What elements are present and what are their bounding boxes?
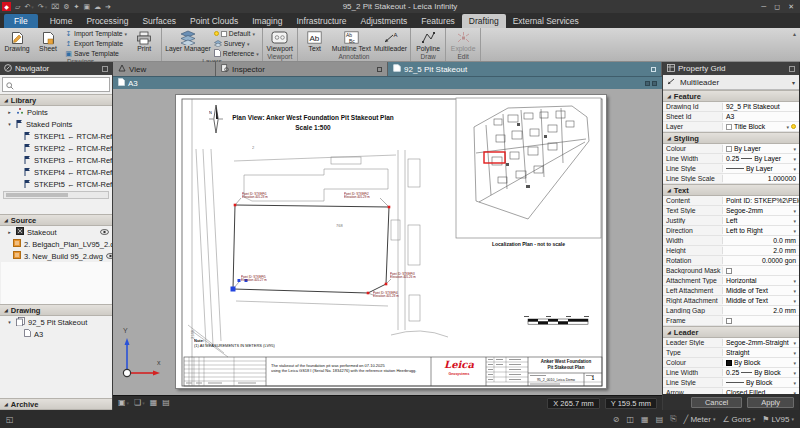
- section-leader[interactable]: Leader: [663, 326, 799, 338]
- section-archive[interactable]: Archive: [0, 398, 112, 410]
- save-template-button[interactable]: ▣ Save Template: [65, 49, 127, 58]
- tree-item-stkept1[interactable]: STKEPt1 ← RTCM-Ref 0000 (07/10/: [0, 130, 112, 142]
- redo-icon[interactable]: ↷: [38, 2, 47, 12]
- export-icon[interactable]: ➔: [105, 2, 111, 11]
- restore-icon[interactable]: ◻: [774, 3, 780, 11]
- prop-width[interactable]: Width 0.0 mm: [663, 236, 799, 246]
- ortho-toggle-icon[interactable]: ◫: [627, 415, 635, 424]
- prop-leader-line-width[interactable]: Line Width 0.25By Block: [663, 368, 799, 378]
- layer-manager-button[interactable]: Layer Manager: [164, 29, 212, 58]
- sheet-layout-icon[interactable]: ▤: [162, 398, 170, 408]
- pin-icon[interactable]: [651, 67, 656, 72]
- polyline-button[interactable]: Polyline: [413, 29, 443, 53]
- sheet-button[interactable]: Sheet: [33, 29, 63, 58]
- print-button[interactable]: Print: [129, 29, 159, 58]
- minimize-icon[interactable]: ─: [761, 3, 766, 11]
- view-style-dropdown-icon[interactable]: ▣: [118, 398, 129, 408]
- snap-toggle-icon[interactable]: ⊘: [613, 415, 620, 424]
- length-unit-dropdown[interactable]: ╱ Meter: [684, 415, 716, 424]
- section-text[interactable]: Text: [663, 184, 799, 196]
- cancel-button[interactable]: Cancel: [691, 397, 742, 408]
- text-button[interactable]: Ab Text: [300, 29, 330, 53]
- tab-inspector[interactable]: Inspector: [216, 62, 388, 76]
- sheet-tab-a3[interactable]: A3: [113, 76, 662, 89]
- layers-view-icon[interactable]: ▤: [656, 415, 664, 424]
- grid-icon[interactable]: ▦: [150, 398, 158, 408]
- tree-item-drawing-root[interactable]: ▾ 92_5 Pit Stakeout: [0, 316, 112, 328]
- tab-infrastructure[interactable]: Infrastructure: [289, 14, 353, 28]
- prop-left-attachment[interactable]: Left Attachment Middle of Text: [663, 286, 799, 296]
- pin-icon[interactable]: [789, 66, 795, 72]
- multiline-text-button[interactable]: AbBc Multiline Text: [331, 29, 372, 53]
- background-mask-checkbox[interactable]: [726, 268, 732, 274]
- tree-item-stkept3[interactable]: STKEPt3 ← RTCM-Ref 0000 (07/10/: [0, 154, 112, 166]
- tab-home[interactable]: Home: [43, 14, 80, 28]
- reference-layer-select[interactable]: Reference: [214, 49, 259, 58]
- prop-leader-type[interactable]: Type Straight: [663, 348, 799, 358]
- angle-unit-dropdown[interactable]: ∠ Gons: [722, 415, 755, 424]
- drawing-canvas[interactable]: N Plan View: Anker West Foundation Pit S…: [113, 89, 662, 395]
- tree-item-staked-points[interactable]: ▾ Staked Points: [0, 118, 112, 130]
- prop-direction[interactable]: Direction Left to Right: [663, 226, 799, 236]
- tab-drafting[interactable]: Drafting: [462, 14, 506, 28]
- multileader-button[interactable]: A Multileader: [373, 29, 408, 53]
- tree-item-stkept5[interactable]: STKEPt5 ← RTCM-Ref 0000 (07/10/: [0, 178, 112, 190]
- tab-processing[interactable]: Processing: [79, 14, 135, 28]
- section-library[interactable]: Library: [0, 94, 112, 106]
- viewport-button[interactable]: Viewport: [265, 29, 295, 53]
- tree-item-newbuild-dwg[interactable]: 3. New_Build 95_2.dwg: [0, 250, 112, 262]
- visibility-eye-icon[interactable]: [100, 229, 109, 235]
- tab-adjustments[interactable]: Adjustments: [354, 14, 415, 28]
- collapse-ribbon-icon[interactable]: ▴: [793, 30, 796, 37]
- export-template-button[interactable]: ↥ Export Template: [65, 39, 127, 48]
- panel-layout-icon[interactable]: ◱: [6, 415, 14, 424]
- tab-92-5-pit-stakeout[interactable]: 92_5 Pit Stakeout: [388, 62, 662, 76]
- tab-point-clouds[interactable]: Point Clouds: [183, 14, 245, 28]
- prop-leader-colour[interactable]: Colour By Block: [663, 358, 799, 368]
- section-source[interactable]: Source: [0, 214, 112, 226]
- sheet-paper[interactable]: N Plan View: Anker West Foundation Pit S…: [175, 94, 607, 389]
- prop-leader-line-style[interactable]: Line Style By Block: [663, 378, 799, 388]
- section-feature[interactable]: Feature: [663, 90, 799, 102]
- horizontal-scrollbar[interactable]: [3, 191, 109, 199]
- section-styling[interactable]: Styling: [663, 132, 799, 144]
- tab-features[interactable]: Features: [414, 14, 462, 28]
- tools-icon[interactable]: ✦: [74, 2, 80, 11]
- prop-leader-style[interactable]: Leader Style Segoe-2mm-Straight: [663, 338, 799, 348]
- prop-content[interactable]: Content Point ID: STKEP%2\PEleva: [663, 196, 799, 206]
- prop-colour[interactable]: Colour By Layer: [663, 144, 799, 154]
- tree-item-sheet-a3[interactable]: A3: [0, 328, 112, 340]
- tree-item-stakeout[interactable]: ▸ Stakeout: [0, 226, 112, 238]
- explode-button[interactable]: Explode: [448, 29, 478, 53]
- prop-layer[interactable]: Layer Title Block: [663, 122, 799, 132]
- survey-layer-select[interactable]: Survey: [214, 39, 259, 48]
- prop-line-style-scale[interactable]: Line Style Scale 1.000000: [663, 174, 799, 184]
- crs-dropdown[interactable]: ⚑ LV95: [762, 415, 794, 424]
- layer-bulb-icon[interactable]: [791, 124, 796, 129]
- grid-toggle-icon[interactable]: ▦: [641, 415, 649, 424]
- tab-imaging[interactable]: Imaging: [245, 14, 289, 28]
- tree-item-belgach-dwg[interactable]: 2. Belgach_Plan_LV95_2.dwg: [0, 238, 112, 250]
- copy-view-icon[interactable]: ⎘: [670, 414, 676, 424]
- tab-file[interactable]: File: [4, 14, 38, 28]
- view-mode-dropdown-icon[interactable]: ❏: [134, 398, 145, 408]
- tab-external-services[interactable]: External Services: [506, 14, 586, 28]
- prop-line-style[interactable]: Line Style By Layer: [663, 164, 799, 174]
- tab-surfaces[interactable]: Surfaces: [135, 14, 183, 28]
- pin-icon[interactable]: [377, 67, 382, 72]
- stake-point-label-5-selected[interactable]: Point ID: STKEPt5Elevation 405.27 m: [241, 275, 267, 282]
- pin-icon[interactable]: [102, 66, 108, 72]
- close-icon[interactable]: ✕: [788, 3, 794, 11]
- drawing-button[interactable]: Drawing: [2, 29, 32, 58]
- visibility-eye-icon[interactable]: [106, 253, 112, 259]
- prop-frame[interactable]: Frame: [663, 316, 799, 326]
- tree-item-stkept2[interactable]: STKEPt2 ← RTCM-Ref 0000 (07/10/: [0, 142, 112, 154]
- section-drawing[interactable]: Drawing: [0, 304, 112, 316]
- cloud-icon[interactable]: ☁: [94, 2, 101, 11]
- prop-background-mask[interactable]: Background Mask: [663, 266, 799, 276]
- tree-item-points[interactable]: ▸ Points: [0, 106, 112, 118]
- prop-height[interactable]: Height 2.0 mm: [663, 246, 799, 256]
- apply-button[interactable]: Apply: [747, 397, 794, 408]
- prop-rotation[interactable]: Rotation 0.0000 gon: [663, 256, 799, 266]
- prop-attachment-type[interactable]: Attachment Type Horizontal: [663, 276, 799, 286]
